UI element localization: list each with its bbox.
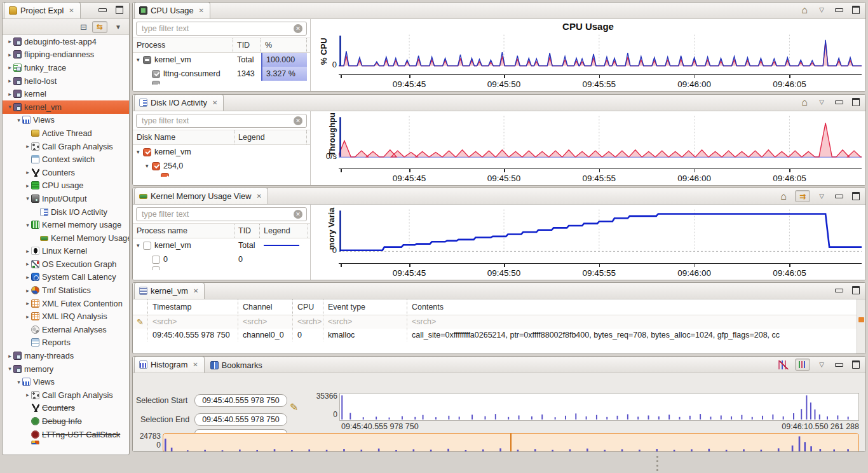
tree-item[interactable]: ▸Linux Kernel [3,245,129,258]
tree-item[interactable]: ▸flipping-endianness [3,48,129,62]
events-scrollbar[interactable] [857,299,865,354]
align-views-icon[interactable]: ⇉ [795,190,810,202]
tree-collapsed-arrow[interactable]: ▸ [24,182,31,189]
disk-table-head[interactable]: Disk NameLegend [133,130,310,145]
column-header[interactable]: Event type [323,299,407,315]
table-row[interactable]: ▾kernel_vm [133,145,310,159]
hide-lost-events-icon[interactable] [778,360,789,369]
tree-expanded-arrow[interactable]: ▾ [15,117,22,123]
cpu-chart-plot[interactable]: 09:45:4509:45:5009:45:5509:46:0009:46:05 [339,33,862,91]
view-menu-icon[interactable]: ▽ [816,359,827,370]
maximize-icon[interactable] [850,191,862,202]
events-table[interactable]: TimestampChannelCPUEvent typeContents✎<s… [133,299,865,354]
tab-kernel-memory-usage[interactable]: Kernel Memory Usage View ✕ [134,188,268,204]
selection-start-field[interactable] [194,394,287,407]
tree-item[interactable]: ▸Call Graph Analysis [3,388,129,402]
clear-filter-icon[interactable]: ✕ [294,116,302,125]
row-checkbox-ocheck[interactable] [143,148,151,156]
selection-end-field[interactable] [194,413,287,426]
tree-collapsed-arrow[interactable]: ▸ [6,353,13,359]
tree-collapsed-arrow[interactable]: ▸ [24,143,31,149]
row-checkbox-empty[interactable] [143,242,151,250]
row-checkbox-ocheck[interactable] [152,162,160,170]
tab-bookmarks[interactable]: Bookmarks [206,359,268,373]
cpu-table-head[interactable]: ProcessTID% [133,38,310,53]
maximize-icon[interactable] [850,97,862,107]
tree-item[interactable]: ▸CPU usage [3,179,129,193]
tree-item[interactable]: ▸hello-lost [3,74,129,88]
column-header[interactable]: TID [234,224,260,238]
tree-item[interactable]: ▸Call Graph Analysis [3,140,129,153]
tree-collapsed-arrow[interactable]: ▸ [24,261,31,267]
maximize-icon[interactable] [114,4,125,15]
tree-collapsed-arrow[interactable]: ▸ [6,91,13,97]
column-header[interactable]: % [261,38,307,52]
row-expanded-arrow[interactable]: ▾ [146,163,152,169]
tab-histogram[interactable]: Histogram ✕ [134,356,205,373]
tab-kernel-vm-events[interactable]: kernel_vm ✕ [134,282,205,299]
tree-item[interactable]: ▸many-threads [3,349,129,362]
memory-chart-plot[interactable]: 09:45:4509:45:5009:45:5509:46:0009:46:05 [339,207,862,280]
table-row[interactable]: ▾kernel_vmTotal100.000 [133,53,310,67]
close-icon[interactable]: ✕ [193,287,198,294]
memory-table-head[interactable]: Process nameTIDLegend [133,223,310,238]
filter-cell[interactable]: <srch> [323,315,407,329]
minimize-icon[interactable] [97,4,108,15]
maximize-icon[interactable] [850,359,862,370]
tree-item[interactable]: External Analyses [3,323,129,336]
link-with-editor-icon[interactable]: ⇆ [92,21,107,33]
tree-expanded-arrow[interactable]: ▾ [24,222,31,228]
filter-cell[interactable]: <srch> [238,315,293,329]
clear-filter-icon[interactable]: ✕ [294,210,302,219]
tree-item[interactable]: ▸XML IRQ Analysis [3,310,129,323]
row-checkbox-gcheck[interactable] [152,70,160,78]
table-row[interactable]: ▾kernel_vmTotal [133,238,310,252]
sash-drag-handle[interactable] [656,456,658,471]
column-header[interactable]: Process [133,38,233,52]
minimize-icon[interactable] [833,4,844,15]
row-checkbox-empty[interactable] [152,256,160,264]
tree-item[interactable]: ▾Views [3,375,129,388]
trace-coloring-icon[interactable] [795,359,810,371]
tab-project-explorer[interactable]: Project Expl ✕ [4,2,81,18]
tree-item[interactable]: LTTng-UST CallStack [3,428,129,441]
tree-item[interactable]: ▾kernel_vm [3,100,129,114]
view-menu-icon[interactable]: ▽ [816,97,827,107]
tree-item[interactable]: Reports [3,336,129,350]
tree-item[interactable]: ▸kernel [3,87,129,100]
tree-item[interactable]: Kernel Memory Usage [3,231,129,245]
column-header[interactable]: Legend [234,130,307,144]
column-header[interactable]: TID [233,38,261,52]
row-expanded-arrow[interactable]: ▾ [137,242,143,249]
events-filter-row[interactable]: ✎<srch><srch><srch><srch><srch> [133,315,865,329]
tree-collapsed-arrow[interactable]: ▸ [24,169,31,175]
clear-filter-icon[interactable]: ✕ [294,24,302,33]
tree-item[interactable]: ▸funky_trace [3,61,129,74]
tree-item[interactable]: ▾Input/Output [3,192,129,205]
tree-item[interactable]: Disk I/O Activity [3,205,129,219]
reset-time-scale-home-icon[interactable]: ⌂ [799,97,810,107]
reset-time-scale-home-icon[interactable]: ⌂ [799,4,810,15]
tree-expanded-arrow[interactable]: ▾ [6,104,13,110]
tab-disk-io-activity[interactable]: Disk I/O Activity ✕ [134,94,224,111]
tree-item[interactable]: ▾Kernel memory usage [3,218,129,231]
tree-item[interactable]: Active Thread [3,127,129,140]
zoom-histogram[interactable] [339,393,859,421]
row-expanded-arrow[interactable]: ▾ [137,57,143,63]
tab-cpu-usage[interactable]: CPU Usage ✕ [134,2,210,18]
column-header[interactable]: Process name [133,224,234,238]
minimize-icon[interactable] [833,191,844,202]
row-expanded-arrow[interactable]: ▾ [137,149,143,155]
close-icon[interactable]: ✕ [199,7,204,14]
column-header[interactable]: Channel [238,299,293,315]
tree-item[interactable]: ▸Counters [3,166,129,179]
event-row[interactable]: 09:45:40.555 978 750channel0_00kmallocca… [133,329,865,341]
tree-collapsed-arrow[interactable]: ▸ [24,287,31,294]
close-icon[interactable]: ✕ [256,193,261,200]
minimize-icon[interactable] [833,97,844,107]
minimize-icon[interactable] [833,359,844,370]
tree-collapsed-arrow[interactable]: ▸ [24,392,31,398]
column-header[interactable]: Timestamp [148,299,238,315]
full-range-histogram[interactable] [163,433,859,452]
tree-item[interactable]: Counters [3,402,129,415]
